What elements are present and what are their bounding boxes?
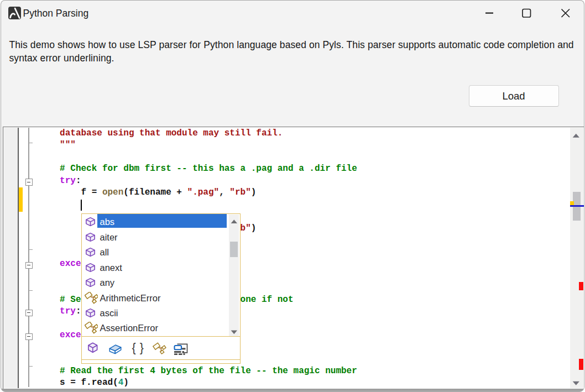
svg-text:{ }: { } [132, 341, 144, 354]
